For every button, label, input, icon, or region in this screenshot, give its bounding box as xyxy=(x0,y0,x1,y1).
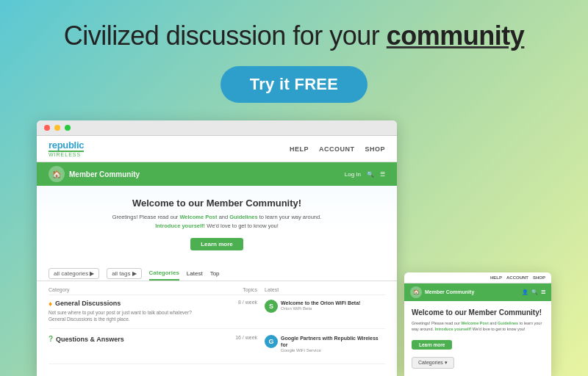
community-bar-left: 🏠 Member Community xyxy=(49,166,140,182)
latest-subtitle: Google WiFi Service xyxy=(281,348,385,354)
logo-wireless: wireless xyxy=(49,152,84,157)
latest-item: S Welcome to the Orion WiFi Beta! Orion … xyxy=(265,300,385,313)
category-name: ? Questions & Answers xyxy=(49,335,209,343)
screenshots-area: republic wireless HELP ACCOUNT SHOP 🏠 Me… xyxy=(0,120,588,376)
browser-dot-red xyxy=(44,125,50,131)
community-icon: 🏠 xyxy=(49,166,65,182)
table-row: ♦ General Discussions Not sure where to … xyxy=(49,300,385,329)
category-title[interactable]: Questions & Answers xyxy=(56,336,124,343)
col-header-latest: Latest xyxy=(265,287,385,292)
community-bar: 🏠 Member Community Log In 🔍 ☰ xyxy=(37,162,397,186)
login-link[interactable]: Log In xyxy=(345,171,361,178)
mobile-nav-help[interactable]: HELP xyxy=(490,275,502,280)
logo-republic: republic xyxy=(49,140,84,150)
mobile-nav-links: HELP ACCOUNT SHOP xyxy=(490,275,545,280)
mobile-learn-more-button[interactable]: Learn more xyxy=(412,340,452,350)
latest-text: Google Partners with Republic Wireless f… xyxy=(281,335,385,354)
category-name: ♦ General Discussions xyxy=(49,300,209,308)
mobile-login-link[interactable]: 👤 xyxy=(522,289,528,295)
mobile-nav-account[interactable]: ACCOUNT xyxy=(506,275,528,280)
mobile-introduce-link[interactable]: Introduce yourself! xyxy=(435,327,472,331)
site-hero-area: Welcome to our Member Community! Greetin… xyxy=(37,186,397,262)
category-bullet: ? xyxy=(49,335,53,343)
latest-avatar: G xyxy=(265,335,278,348)
latest-subtitle: Orion WiFi Beta xyxy=(281,306,360,312)
mobile-community-left: 🏠 Member Community xyxy=(410,286,474,298)
main-browser-screenshot: republic wireless HELP ACCOUNT SHOP 🏠 Me… xyxy=(37,120,397,376)
category-cell: ? Questions & Answers xyxy=(49,335,209,344)
try-free-button[interactable]: Try it FREE xyxy=(220,66,368,103)
search-icon[interactable]: 🔍 xyxy=(367,171,374,178)
all-categories-tab[interactable]: all categories ▶ xyxy=(49,268,99,279)
guidelines-link[interactable]: Guidelines xyxy=(229,214,257,220)
learn-more-button[interactable]: Learn more xyxy=(190,238,243,250)
latest-text: Welcome to the Orion WiFi Beta! Orion Wi… xyxy=(281,300,360,312)
all-tags-tab[interactable]: all tags ▶ xyxy=(107,268,141,279)
menu-icon[interactable]: ☰ xyxy=(380,171,385,178)
latest-cell: G Google Partners with Republic Wireless… xyxy=(265,335,385,358)
mobile-hero-title: Welcome to our Member Community! xyxy=(412,308,544,317)
site-header: republic wireless HELP ACCOUNT SHOP xyxy=(37,136,397,162)
welcome-post-link[interactable]: Welcome Post xyxy=(179,214,217,220)
mobile-nav-shop[interactable]: SHOP xyxy=(533,275,545,280)
mobile-community-right: 👤 🔍 ☰ xyxy=(522,289,545,295)
categories-tab[interactable]: Categories xyxy=(149,267,179,281)
site-table: Category Topics Latest ♦ General Discuss… xyxy=(37,281,397,376)
introduce-link[interactable]: Introduce yourself! xyxy=(155,223,205,229)
site-hero-text: Greetings! Please read our Welcome Post … xyxy=(49,213,385,230)
table-row: ? Questions & Answers 16 / week G Google… xyxy=(49,335,385,364)
table-header: Category Topics Latest xyxy=(49,287,385,295)
community-label: Member Community xyxy=(69,170,140,178)
nav-help[interactable]: HELP xyxy=(290,145,309,153)
mobile-welcome-link[interactable]: Welcome Post xyxy=(461,321,489,325)
community-bar-right: Log In 🔍 ☰ xyxy=(345,171,385,178)
browser-chrome-bar xyxy=(37,120,397,136)
mobile-menu-icon[interactable]: ☰ xyxy=(541,289,545,295)
mobile-browser-screenshot: HELP ACCOUNT SHOP 🏠 Member Community 👤 🔍… xyxy=(404,272,551,377)
latest-title[interactable]: Welcome to the Orion WiFi Beta! xyxy=(281,300,360,306)
top-tab[interactable]: Top xyxy=(210,267,220,280)
mobile-categories-dropdown[interactable]: Categories ▾ xyxy=(412,357,454,369)
site-tabs: all categories ▶ all tags ▶ Categories L… xyxy=(37,262,397,281)
hero-section: Civilized discussion for your community … xyxy=(0,0,588,118)
latest-cell: S Welcome to the Orion WiFi Beta! Orion … xyxy=(265,300,385,317)
site-hero-content: Welcome to our Member Community! Greetin… xyxy=(49,198,385,250)
site-hero-title: Welcome to our Member Community! xyxy=(49,198,385,209)
hero-title-start: Civilized discussion for your xyxy=(64,21,387,51)
hero-title-highlight: community xyxy=(387,21,525,51)
category-description: Not sure where to put your post or just … xyxy=(49,309,209,322)
mobile-hero-text: Greetings! Please read our Welcome Post … xyxy=(412,320,544,333)
mobile-nav: HELP ACCOUNT SHOP xyxy=(404,272,551,283)
latest-tab[interactable]: Latest xyxy=(187,267,203,280)
category-title[interactable]: General Discussions xyxy=(55,300,121,307)
mobile-community-bar: 🏠 Member Community 👤 🔍 ☰ xyxy=(404,283,551,301)
latest-item: G Google Partners with Republic Wireless… xyxy=(265,335,385,354)
category-bullet: ♦ xyxy=(49,300,52,308)
col-header-topics: Topics xyxy=(209,287,265,292)
browser-dot-yellow xyxy=(54,125,60,131)
mobile-content: Welcome to our Member Community! Greetin… xyxy=(404,301,551,377)
site-nav: HELP ACCOUNT SHOP xyxy=(290,145,385,153)
hero-title: Civilized discussion for your community xyxy=(29,21,559,51)
category-cell: ♦ General Discussions Not sure where to … xyxy=(49,300,209,322)
browser-dot-green xyxy=(65,125,71,131)
mobile-search-icon[interactable]: 🔍 xyxy=(531,289,538,295)
latest-avatar: S xyxy=(265,300,278,313)
mobile-guidelines-link[interactable]: Guidelines xyxy=(498,321,518,325)
site-logo: republic wireless xyxy=(49,140,84,157)
nav-shop[interactable]: SHOP xyxy=(365,145,385,153)
topics-cell: 8 / week xyxy=(209,300,265,305)
topics-cell: 16 / week xyxy=(209,335,265,340)
nav-account[interactable]: ACCOUNT xyxy=(319,145,355,153)
mobile-community-label: Member Community xyxy=(425,289,474,294)
latest-title[interactable]: Google Partners with Republic Wireless f… xyxy=(281,335,385,348)
mobile-community-icon: 🏠 xyxy=(410,286,422,298)
col-header-category: Category xyxy=(49,287,209,292)
